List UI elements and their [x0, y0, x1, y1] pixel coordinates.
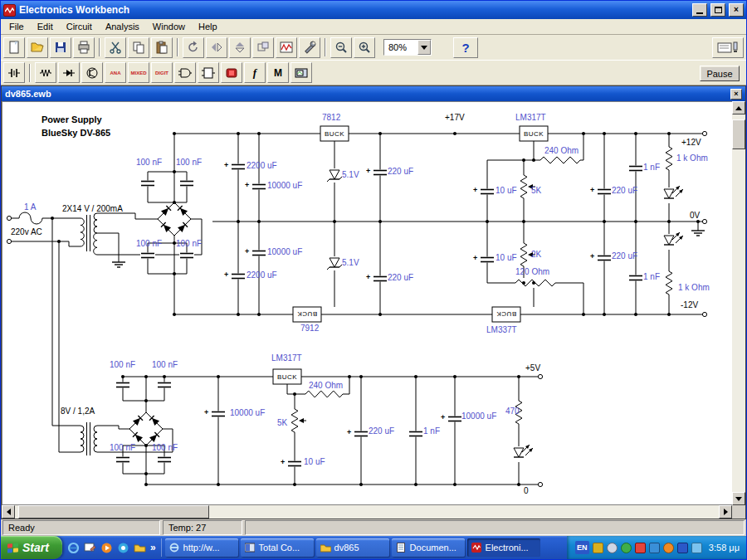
new-button[interactable]	[3, 37, 25, 58]
parts-digital-ic-button[interactable]: DIGIT	[151, 62, 173, 83]
help-button[interactable]: ?	[453, 37, 478, 58]
m-label: M	[274, 67, 282, 79]
svg-text:+: +	[441, 413, 445, 421]
vertical-scroll-thumb[interactable]	[732, 119, 745, 149]
save-button[interactable]	[50, 37, 71, 58]
scheduler-icon[interactable]	[663, 543, 674, 553]
task-total-commander[interactable]: Total Co...	[241, 538, 314, 557]
status-temp: Temp: 27	[163, 520, 242, 535]
folder-icon[interactable]	[134, 541, 147, 554]
chevron-icon[interactable]: »	[150, 542, 156, 553]
scroll-down-button[interactable]	[732, 492, 745, 505]
parts-instruments-button[interactable]	[290, 62, 312, 83]
svg-text:-12V: -12V	[681, 300, 698, 309]
digit-label: DIGIT	[155, 71, 168, 75]
update-shield-icon[interactable]	[635, 543, 646, 553]
menu-edit[interactable]: Edit	[31, 20, 60, 33]
horizontal-scroll-thumb[interactable]	[18, 505, 209, 519]
parts-gates-button[interactable]	[174, 62, 196, 83]
zoom-out-button[interactable]	[330, 37, 352, 58]
svg-text:BUCK: BUCK	[277, 373, 297, 381]
properties-button[interactable]	[299, 37, 320, 58]
menu-circuit[interactable]: Circuit	[60, 20, 99, 33]
svg-text:100 nF: 100 nF	[110, 443, 135, 452]
svg-text:100 nF: 100 nF	[176, 158, 202, 167]
task-folder-dv865[interactable]: dv865	[316, 538, 389, 557]
scroll-right-button[interactable]	[719, 505, 732, 519]
menu-file[interactable]: File	[2, 20, 31, 33]
svg-text:220 uF: 220 uF	[612, 251, 637, 261]
schematic-drawing[interactable]: ++++++++++++++BUCKBUCKBUCKBUCKBUCKPower …	[2, 102, 721, 505]
flip-vertical-button[interactable]	[229, 37, 251, 58]
title-bar: Electronics Workbench ×	[1, 1, 746, 19]
scrollbar-corner	[732, 505, 745, 519]
language-indicator[interactable]: EN	[575, 541, 589, 554]
task-documents[interactable]: Documen...	[392, 538, 465, 557]
task-label: Documen...	[410, 543, 456, 553]
graph-button[interactable]	[276, 37, 297, 58]
svg-text:1 nF: 1 nF	[423, 426, 440, 436]
scroll-up-button[interactable]	[732, 101, 745, 114]
quick-launch: »	[62, 538, 162, 557]
task-label: dv865	[334, 543, 359, 553]
rotate-button[interactable]	[183, 37, 204, 58]
svg-text:+: +	[224, 161, 228, 169]
svg-text:100 nF: 100 nF	[176, 239, 202, 248]
pause-button[interactable]: Pause	[700, 66, 740, 81]
mixed-label: MIXED	[130, 71, 146, 75]
menu-help[interactable]: Help	[192, 20, 224, 33]
document-window: dv865.ewb × ++++++++++++++BUCKBUCKBUCKBU…	[1, 85, 746, 519]
vertical-scrollbar[interactable]	[732, 101, 745, 505]
menu-window[interactable]: Window	[146, 20, 192, 33]
parts-controls-button[interactable]: f	[244, 62, 266, 83]
flip-horizontal-button[interactable]	[206, 37, 227, 58]
horizontal-scroll-track[interactable]	[15, 505, 719, 519]
close-button[interactable]: ×	[729, 3, 744, 17]
print-button[interactable]	[73, 37, 95, 58]
firewall-icon[interactable]	[677, 543, 688, 553]
cut-button[interactable]	[105, 37, 126, 58]
zoom-select[interactable]: 80%	[383, 39, 432, 56]
show-desktop-icon[interactable]	[84, 541, 97, 554]
zoom-dropdown-arrow[interactable]	[417, 40, 431, 55]
subcircuit-button[interactable]	[252, 37, 274, 58]
task-browser[interactable]: http://w...	[165, 538, 238, 557]
zoom-in-button[interactable]	[354, 37, 375, 58]
restore-button[interactable]	[710, 3, 725, 17]
parts-sources-button[interactable]	[3, 62, 25, 83]
schematic-canvas[interactable]: ++++++++++++++BUCKBUCKBUCKBUCKBUCKPower …	[2, 101, 732, 505]
msn-icon[interactable]	[117, 541, 130, 554]
antivirus-icon[interactable]	[593, 543, 603, 553]
parts-basic-button[interactable]	[35, 62, 56, 83]
svg-text:2X14 V / 200mA: 2X14 V / 200mA	[62, 204, 123, 213]
minimize-button[interactable]	[692, 3, 707, 17]
scroll-left-button[interactable]	[2, 505, 15, 519]
parts-analog-ic-button[interactable]: ANA	[105, 62, 126, 83]
horizontal-scrollbar[interactable]	[2, 505, 732, 519]
parts-transistors-button[interactable]	[81, 62, 103, 83]
svg-text:2K: 2K	[531, 250, 542, 259]
paste-button[interactable]	[151, 37, 173, 58]
open-button[interactable]	[27, 37, 48, 58]
copy-button[interactable]	[128, 37, 149, 58]
media-player-icon[interactable]	[100, 541, 114, 554]
parts-diodes-button[interactable]	[58, 62, 80, 83]
task-electronics-workbench[interactable]: Electroni...	[467, 538, 540, 557]
parts-mixed-ic-button[interactable]: MIXED	[128, 62, 149, 83]
ie-icon[interactable]	[67, 541, 81, 554]
display-settings-icon[interactable]	[691, 543, 702, 553]
parts-misc-button[interactable]: M	[267, 62, 289, 83]
messenger-icon[interactable]	[621, 543, 632, 553]
parts-digital-button[interactable]	[198, 62, 219, 83]
parts-indicators-button[interactable]	[221, 62, 242, 83]
description-window-button[interactable]	[712, 37, 744, 58]
start-button[interactable]: Start	[1, 536, 62, 559]
vertical-scroll-track[interactable]	[732, 114, 745, 492]
ie-icon	[169, 543, 180, 553]
volume-icon[interactable]	[607, 543, 618, 553]
menu-analysis[interactable]: Analysis	[99, 20, 146, 33]
svg-text:LM317T: LM317T	[271, 353, 302, 363]
document-close-button[interactable]: ×	[730, 89, 742, 100]
network-icon[interactable]	[649, 543, 660, 553]
svg-text:+: +	[590, 252, 594, 261]
